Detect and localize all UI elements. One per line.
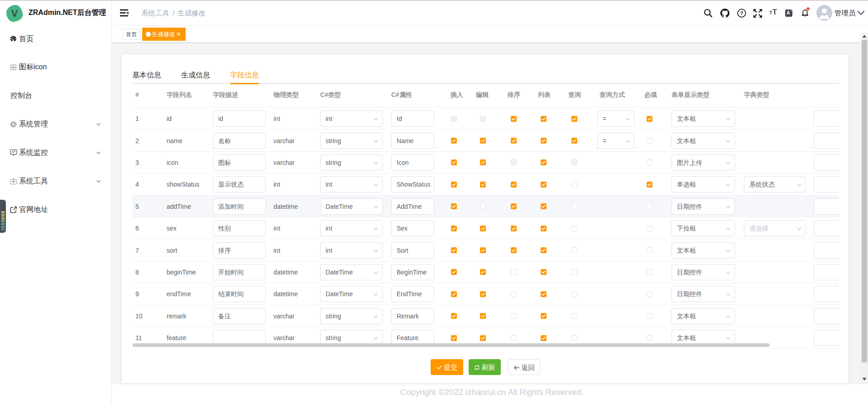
svg-text:?: ?	[740, 10, 743, 16]
